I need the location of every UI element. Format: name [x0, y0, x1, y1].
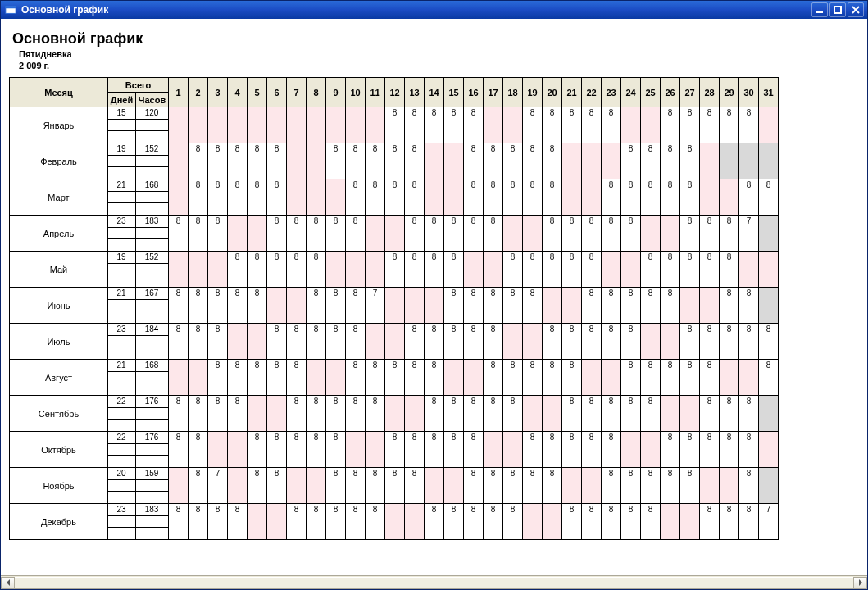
cell-0-7[interactable] [287, 107, 307, 143]
cell-8-19[interactable] [523, 396, 543, 432]
cell-7-15[interactable] [444, 360, 464, 396]
month-11-sub1-days[interactable] [108, 515, 136, 528]
cell-0-13[interactable]: 8 [405, 107, 425, 143]
cell-9-5[interactable]: 8 [248, 432, 267, 468]
cell-5-7[interactable] [287, 288, 307, 324]
month-11-sub2-days[interactable] [108, 528, 136, 540]
month-8-days[interactable]: 22 [108, 396, 136, 408]
month-5-hours[interactable]: 167 [136, 288, 169, 300]
header-day-21[interactable]: 21 [562, 78, 582, 107]
cell-8-5[interactable] [248, 396, 267, 432]
cell-5-29[interactable]: 8 [720, 288, 739, 324]
month-7-sub1-days[interactable] [108, 371, 136, 384]
cell-4-16[interactable] [464, 252, 484, 288]
month-2-sub2-hours[interactable] [136, 203, 169, 216]
header-day-8[interactable]: 8 [307, 78, 326, 107]
cell-6-17[interactable]: 8 [484, 324, 503, 360]
header-total[interactable]: Всего [108, 78, 169, 93]
cell-7-22[interactable] [582, 360, 602, 396]
month-7[interactable]: Август [10, 360, 108, 396]
cell-7-9[interactable] [326, 360, 346, 396]
month-0[interactable]: Январь [10, 107, 108, 143]
cell-11-4[interactable]: 8 [228, 504, 248, 540]
cell-2-20[interactable]: 8 [543, 179, 562, 216]
cell-4-4[interactable]: 8 [228, 252, 248, 288]
cell-6-9[interactable]: 8 [326, 324, 346, 360]
cell-2-18[interactable]: 8 [503, 179, 523, 216]
cell-0-31[interactable] [759, 107, 779, 143]
cell-4-5[interactable]: 8 [248, 252, 267, 288]
cell-2-12[interactable]: 8 [385, 179, 405, 216]
horizontal-scrollbar[interactable] [1, 575, 867, 589]
cell-3-5[interactable] [248, 216, 267, 252]
cell-5-4[interactable]: 8 [228, 288, 248, 324]
cell-11-9[interactable]: 8 [326, 504, 346, 540]
cell-4-28[interactable]: 8 [700, 252, 720, 288]
cell-2-27[interactable]: 8 [680, 179, 700, 216]
cell-6-26[interactable] [661, 324, 680, 360]
cell-8-23[interactable]: 8 [602, 396, 621, 432]
cell-11-15[interactable]: 8 [444, 504, 464, 540]
cell-6-16[interactable]: 8 [464, 324, 484, 360]
cell-1-11[interactable]: 8 [366, 143, 385, 179]
cell-1-22[interactable] [582, 143, 602, 179]
cell-9-6[interactable]: 8 [267, 432, 287, 468]
month-1-sub1-days[interactable] [108, 155, 136, 167]
cell-1-3[interactable]: 8 [208, 143, 228, 179]
cell-10-23[interactable]: 8 [602, 468, 621, 504]
cell-5-14[interactable] [425, 288, 444, 324]
header-day-18[interactable]: 18 [503, 78, 523, 107]
cell-1-2[interactable]: 8 [189, 143, 208, 179]
month-2-sub1-days[interactable] [108, 191, 136, 203]
cell-10-1[interactable] [169, 468, 189, 504]
cell-0-27[interactable]: 8 [680, 107, 700, 143]
cell-2-14[interactable] [425, 179, 444, 216]
cell-0-2[interactable] [189, 107, 208, 143]
cell-8-30[interactable]: 8 [739, 396, 759, 432]
cell-10-31[interactable] [759, 468, 779, 504]
month-2-sub2-days[interactable] [108, 203, 136, 216]
cell-7-19[interactable]: 8 [523, 360, 543, 396]
cell-5-20[interactable] [543, 288, 562, 324]
month-7-sub1-hours[interactable] [136, 371, 169, 384]
header-day-31[interactable]: 31 [759, 78, 779, 107]
cell-3-13[interactable]: 8 [405, 216, 425, 252]
cell-11-5[interactable] [248, 504, 267, 540]
cell-9-4[interactable] [228, 432, 248, 468]
cell-4-13[interactable]: 8 [405, 252, 425, 288]
cell-6-22[interactable]: 8 [582, 324, 602, 360]
cell-6-21[interactable]: 8 [562, 324, 582, 360]
cell-0-23[interactable]: 8 [602, 107, 621, 143]
cell-11-2[interactable]: 8 [189, 504, 208, 540]
cell-11-16[interactable]: 8 [464, 504, 484, 540]
cell-10-5[interactable]: 8 [248, 468, 267, 504]
header-day-17[interactable]: 17 [484, 78, 503, 107]
cell-7-14[interactable]: 8 [425, 360, 444, 396]
cell-0-28[interactable]: 8 [700, 107, 720, 143]
month-2-sub1-hours[interactable] [136, 191, 169, 203]
cell-4-21[interactable]: 8 [562, 252, 582, 288]
month-4-sub1-hours[interactable] [136, 263, 169, 275]
month-7-sub2-days[interactable] [108, 384, 136, 396]
cell-4-20[interactable]: 8 [543, 252, 562, 288]
cell-8-7[interactable]: 8 [287, 396, 307, 432]
cell-9-23[interactable]: 8 [602, 432, 621, 468]
cell-2-3[interactable]: 8 [208, 179, 228, 216]
cell-2-29[interactable] [720, 179, 739, 216]
cell-9-1[interactable]: 8 [169, 432, 189, 468]
cell-9-3[interactable] [208, 432, 228, 468]
cell-2-26[interactable]: 8 [661, 179, 680, 216]
cell-3-4[interactable] [228, 216, 248, 252]
cell-5-21[interactable] [562, 288, 582, 324]
header-day-28[interactable]: 28 [700, 78, 720, 107]
cell-1-13[interactable]: 8 [405, 143, 425, 179]
cell-10-25[interactable]: 8 [641, 468, 661, 504]
cell-11-12[interactable] [385, 504, 405, 540]
cell-3-27[interactable]: 8 [680, 216, 700, 252]
cell-0-11[interactable] [366, 107, 385, 143]
cell-4-22[interactable]: 8 [582, 252, 602, 288]
cell-7-23[interactable] [602, 360, 621, 396]
cell-3-17[interactable]: 8 [484, 216, 503, 252]
cell-2-7[interactable] [287, 179, 307, 216]
cell-9-13[interactable]: 8 [405, 432, 425, 468]
